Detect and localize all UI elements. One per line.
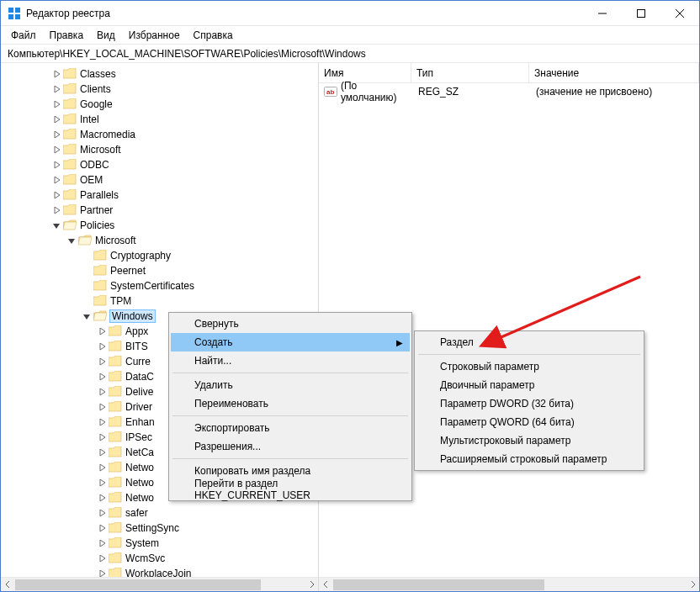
ctx-delete[interactable]: Удалить (171, 376, 410, 394)
tree-item[interactable]: WorkplaceJoin (1, 566, 318, 577)
tree-twisty-open[interactable] (50, 222, 63, 230)
sub-qword[interactable]: Параметр QWORD (64 бита) (416, 413, 642, 431)
tree-item[interactable]: TPM (1, 293, 318, 309)
ctx-find[interactable]: Найти... (171, 352, 410, 370)
ctx-new[interactable]: Создать ▶ (171, 333, 410, 352)
tree-item[interactable]: Intel (1, 112, 318, 127)
scroll-thumb[interactable] (333, 579, 544, 590)
tree-item[interactable]: ODBC (1, 157, 318, 172)
tree-twisty-closed[interactable] (50, 192, 63, 199)
tree-item[interactable]: SettingSync (1, 521, 318, 536)
tree-twisty-closed[interactable] (50, 177, 63, 184)
tree-item[interactable]: safer (1, 505, 318, 521)
tree-twisty-closed[interactable] (95, 540, 109, 547)
sub-dword[interactable]: Параметр DWORD (32 бита) (416, 394, 642, 413)
minimize-button[interactable] (583, 1, 622, 26)
folder-icon (63, 219, 77, 231)
tree-twisty-closed[interactable] (95, 510, 109, 517)
folder-icon (109, 462, 122, 473)
tree-twisty-closed[interactable] (95, 464, 109, 472)
close-button[interactable] (660, 1, 699, 26)
ctx-export[interactable]: Экспортировать (171, 419, 410, 437)
scroll-left-button[interactable] (319, 578, 333, 592)
tree-twisty-closed[interactable] (95, 328, 109, 336)
scroll-right-button[interactable] (685, 578, 699, 592)
tree-twisty-closed[interactable] (95, 404, 109, 411)
tree-item[interactable]: System (1, 536, 318, 551)
tree-twisty-closed[interactable] (95, 525, 109, 532)
ctx-permissions[interactable]: Разрешения... (171, 437, 410, 456)
folder-icon (109, 356, 122, 367)
tree-twisty-closed[interactable] (50, 161, 63, 169)
tree-twisty-closed[interactable] (95, 434, 109, 441)
sub-key[interactable]: Раздел (416, 333, 642, 352)
tree-item[interactable]: Microsoft (1, 142, 318, 157)
scroll-track[interactable] (333, 578, 685, 592)
tree-twisty-closed[interactable] (95, 343, 109, 351)
sub-expand-string[interactable]: Расширяемый строковый параметр (416, 450, 642, 468)
menu-file[interactable]: Файл (4, 28, 43, 43)
tree-item[interactable]: Parallels (1, 188, 318, 203)
tree-item[interactable]: Microsoft (1, 233, 318, 248)
tree-twisty-closed[interactable] (95, 479, 109, 487)
tree-twisty-closed[interactable] (95, 449, 109, 457)
tree-twisty-closed[interactable] (95, 494, 109, 502)
tree-item[interactable]: Google (1, 97, 318, 112)
value-type: REG_SZ (413, 86, 531, 98)
scroll-track[interactable] (15, 578, 304, 592)
sub-binary[interactable]: Двоичный параметр (416, 376, 642, 394)
tree-item[interactable]: Clients (1, 82, 318, 97)
tree-item[interactable]: Classes (1, 66, 318, 82)
tree-item[interactable]: Peernet (1, 263, 318, 278)
menu-favorites[interactable]: Избранное (122, 28, 187, 43)
menu-bar: Файл Правка Вид Избранное Справка (1, 26, 699, 45)
values-h-scrollbar[interactable] (319, 577, 699, 591)
tree-twisty-closed[interactable] (50, 116, 63, 124)
tree-item[interactable]: SystemCertificates (1, 278, 318, 293)
tree-item[interactable]: WcmSvc (1, 551, 318, 566)
tree-twisty-closed[interactable] (95, 570, 109, 578)
tree-twisty-closed[interactable] (50, 146, 63, 154)
tree-item-label: Google (80, 98, 113, 110)
tree-twisty-closed[interactable] (95, 358, 109, 366)
folder-icon (63, 159, 77, 171)
tree-item[interactable]: Policies (1, 218, 318, 233)
folder-icon (93, 295, 107, 307)
maximize-button[interactable] (622, 1, 660, 26)
value-row[interactable]: ab (По умолчанию) REG_SZ (значение не пр… (319, 83, 699, 100)
tree-item[interactable]: Partner (1, 203, 318, 218)
ctx-rename[interactable]: Переименовать (171, 394, 410, 413)
tree-item[interactable]: Cryptography (1, 248, 318, 263)
minimize-icon (598, 9, 607, 18)
tree-twisty-closed[interactable] (95, 373, 109, 381)
tree-twisty-closed[interactable] (95, 388, 109, 396)
scroll-right-button[interactable] (304, 578, 318, 592)
tree-twisty-closed[interactable] (50, 207, 63, 214)
tree-twisty-open[interactable] (80, 313, 93, 320)
tree-twisty-closed[interactable] (50, 101, 63, 108)
sub-multi-string[interactable]: Мультистроковый параметр (416, 431, 642, 450)
chevron-left-icon (323, 581, 330, 588)
tree-twisty-closed[interactable] (50, 86, 63, 93)
tree-item[interactable]: OEM (1, 172, 318, 188)
tree-twisty-closed[interactable] (95, 555, 109, 563)
scroll-left-button[interactable] (1, 578, 15, 592)
tree-item-label: Netwo (125, 492, 154, 504)
tree-twisty-closed[interactable] (50, 131, 63, 139)
tree-h-scrollbar[interactable] (1, 577, 318, 591)
menu-view[interactable]: Вид (90, 28, 122, 43)
ctx-goto-hkcu[interactable]: Перейти в раздел HKEY_CURRENT_USER (171, 480, 410, 499)
tree-twisty-closed[interactable] (95, 419, 109, 426)
sub-string[interactable]: Строковый параметр (416, 357, 642, 376)
tree-item[interactable]: Macromedia (1, 127, 318, 142)
col-data[interactable]: Значение (529, 63, 699, 82)
menu-help[interactable]: Справка (187, 28, 240, 43)
tree-twisty-open[interactable] (65, 237, 78, 245)
ctx-collapse[interactable]: Свернуть (171, 314, 410, 333)
tree-twisty-closed[interactable] (50, 71, 63, 78)
scroll-thumb[interactable] (15, 579, 261, 590)
folder-icon (63, 83, 77, 95)
col-type[interactable]: Тип (411, 63, 529, 82)
address-bar[interactable]: Компьютер\HKEY_LOCAL_MACHINE\SOFTWARE\Po… (1, 45, 699, 63)
menu-edit[interactable]: Правка (43, 28, 91, 43)
